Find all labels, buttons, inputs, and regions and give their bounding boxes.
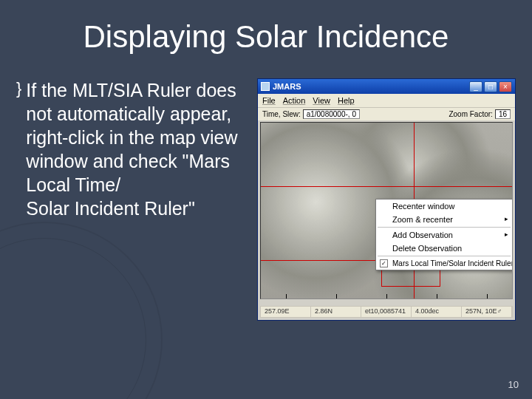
menu-view[interactable]: View (313, 96, 330, 105)
status-lat: 2.86N (311, 307, 361, 317)
context-menu: Recenter window Zoom & recenter Add Obse… (375, 199, 513, 270)
app-window: JMARS _ □ × File Action View Help Time, … (257, 78, 516, 321)
bullet-symbol: } (16, 78, 21, 99)
close-button[interactable]: × (499, 81, 512, 92)
bullet-item: } If the MLT/SIA Ruler does not automati… (16, 78, 250, 321)
status-lon: 257.09E (261, 307, 311, 317)
minimize-button[interactable]: _ (469, 81, 482, 92)
menu-separator (378, 227, 511, 228)
bullet-text: If the MLT/SIA Ruler does not automatica… (26, 78, 250, 220)
menu-action[interactable]: Action (283, 96, 306, 105)
titlebar[interactable]: JMARS _ □ × (258, 79, 515, 94)
map-view[interactable]: Recenter window Zoom & recenter Add Obse… (260, 122, 513, 299)
menubar: File Action View Help (258, 94, 515, 107)
maximize-button[interactable]: □ (484, 81, 497, 92)
zoom-value[interactable]: 16 (495, 109, 511, 119)
zoom-label: Zoom Factor: (449, 110, 492, 118)
menu-add-observation[interactable]: Add Observation (376, 228, 512, 242)
slide-number: 10 (508, 379, 519, 390)
menu-recenter[interactable]: Recenter window (376, 200, 512, 213)
menu-mlt-ruler[interactable]: ✓ Mars Local Time/Solar Incident Ruler (376, 257, 512, 270)
app-title: JMARS (273, 82, 466, 91)
app-icon (261, 82, 270, 91)
menu-file[interactable]: File (262, 96, 276, 105)
menu-delete-observation[interactable]: Delete Observation (376, 242, 512, 255)
menu-separator (378, 256, 511, 256)
status-dec: 4.00dec (412, 307, 462, 317)
toolbar: Time, Slew: a1/0080000-, 0 Zoom Factor: … (258, 107, 515, 120)
checkbox-icon: ✓ (380, 259, 388, 267)
slide-title: Displaying Solar Incidence (0, 19, 532, 55)
cursor-icon: ➤ (512, 250, 513, 260)
time-label: Time, Slew: (262, 110, 301, 118)
menu-help[interactable]: Help (338, 96, 355, 105)
status-bar: 257.09E 2.86N et10,0085741 4.00dec 257N,… (260, 306, 513, 318)
ruler-line-horizontal (261, 186, 512, 187)
status-extra: 257N, 10E♂ (462, 307, 512, 317)
menu-mlt-ruler-label: Mars Local Time/Solar Incident Ruler (392, 259, 513, 267)
status-et: et10,0085741 (361, 307, 412, 317)
time-value[interactable]: a1/0080000-, 0 (303, 109, 360, 119)
menu-zoom-recenter[interactable]: Zoom & recenter (376, 213, 512, 226)
